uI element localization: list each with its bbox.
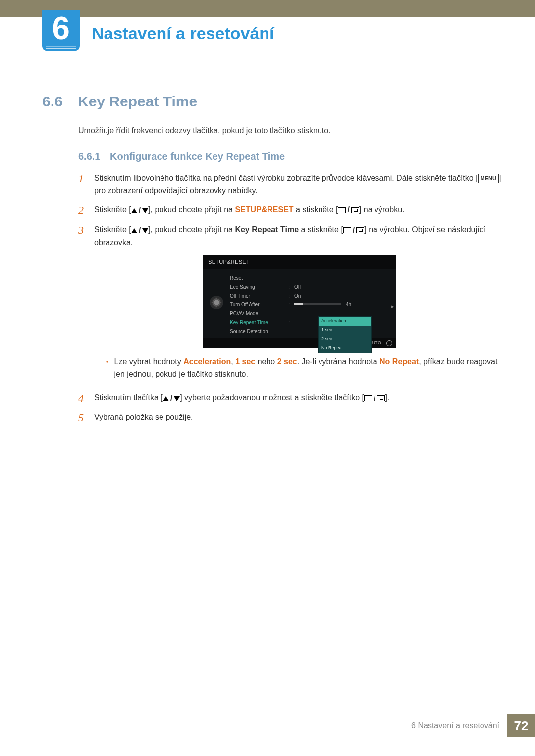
osd-item-active: Key Repeat Time — [230, 319, 289, 327]
text-fragment: , — [231, 357, 235, 366]
osd-option: 1 sec — [319, 326, 371, 335]
select-enter-icons: / — [364, 392, 385, 404]
enter-icon — [356, 227, 364, 233]
highlight: SETUP&RESET — [235, 205, 293, 214]
step-text: Stisknutím tlačítka [/] vyberte požadova… — [94, 392, 505, 404]
text-fragment: a stiskněte [ — [299, 225, 343, 234]
subsection-heading: 6.6.1 Konfigurace funkce Key Repeat Time — [78, 151, 285, 162]
osd-title: SETUP&RESET — [203, 255, 396, 269]
gear-icon — [211, 297, 222, 308]
bullet-icon: • — [106, 356, 114, 381]
osd-screenshot: SETUP&RESET Reset Eco Saving:Off Off Tim… — [203, 255, 396, 348]
section-intro: Umožňuje řídit frekvenci odezvy tlačítka… — [78, 126, 505, 135]
section-heading: 6.6 Key Repeat Time — [42, 93, 505, 114]
text-fragment: ], pokud chcete přejít na — [148, 225, 235, 234]
step-text: Vybraná položka se použije. — [94, 411, 505, 424]
page-footer: 6 Nastavení a resetování 72 — [403, 714, 535, 737]
step-number: 4 — [78, 392, 94, 404]
chevron-right-icon: ▸ — [391, 302, 394, 311]
up-down-icons: / — [131, 225, 148, 237]
osd-item: Reset — [230, 274, 289, 282]
triangle-up-icon — [131, 208, 137, 213]
up-down-icons: / — [131, 204, 148, 217]
step-5: 5 Vybraná položka se použije. — [78, 411, 505, 424]
osd-value: Off — [294, 283, 301, 291]
steps-list: 1 Stisknutím libovolného tlačítka na pře… — [78, 172, 505, 432]
highlight: No Repeat — [379, 357, 419, 366]
step-text: Stiskněte [/], pokud chcete přejít na Ke… — [94, 224, 505, 385]
triangle-down-icon — [142, 228, 148, 233]
highlight: 2 sec — [277, 357, 297, 366]
text-fragment: ] na výrobku. — [359, 205, 405, 214]
highlight: Acceleration — [183, 357, 231, 366]
step-3: 3 Stiskněte [/], pokud chcete přejít na … — [78, 224, 505, 385]
triangle-up-icon — [131, 228, 137, 233]
triangle-down-icon — [142, 208, 148, 213]
up-down-icons: / — [163, 393, 180, 405]
select-enter-icons: / — [338, 204, 359, 216]
enter-icon — [377, 395, 385, 401]
osd-item: PC/AV Mode — [230, 310, 289, 318]
bold-text: Key Repeat Time — [235, 225, 299, 234]
osd-option-selected: Acceleration — [319, 317, 371, 326]
step-text: Stiskněte [/], pokud chcete přejít na SE… — [94, 204, 505, 217]
rect-icon — [364, 395, 372, 401]
bullet-text: Lze vybrat hodnoty Acceleration, 1 sec n… — [114, 356, 505, 381]
select-enter-icons: / — [343, 224, 364, 237]
highlight: 1 sec — [235, 357, 255, 366]
chapter-badge: 6 — [42, 10, 80, 51]
rect-icon — [338, 207, 346, 213]
step-4: 4 Stisknutím tlačítka [/] vyberte požado… — [78, 392, 505, 404]
section-number: 6.6 — [42, 93, 78, 110]
subsection-number: 6.6.1 — [78, 151, 100, 162]
text-fragment: a stiskněte [ — [294, 205, 338, 214]
osd-option: 2 sec — [319, 335, 371, 344]
bullet-list: • Lze vybrat hodnoty Acceleration, 1 sec… — [94, 356, 505, 381]
osd-item: Source Detection — [230, 328, 289, 336]
text-fragment: . Je-li vybrána hodnota — [297, 357, 379, 366]
text-fragment: nebo — [255, 357, 277, 366]
text-fragment: ] vyberte požadovanou možnost a stisknět… — [180, 393, 364, 402]
menu-button-label: MENU — [478, 174, 499, 183]
triangle-up-icon — [163, 396, 169, 401]
text-fragment: Stiskněte [ — [94, 205, 131, 214]
step-number: 3 — [78, 224, 94, 385]
page-number: 72 — [507, 714, 535, 737]
osd-value: On — [294, 292, 301, 300]
step-text: Stisknutím libovolného tlačítka na předn… — [94, 172, 505, 197]
text-fragment: ], pokud chcete přejít na — [148, 205, 235, 214]
step-number: 1 — [78, 172, 94, 197]
enter-icon — [351, 207, 359, 213]
text-fragment: ]. — [385, 393, 389, 402]
text-fragment: Stiskněte [ — [94, 225, 131, 234]
chapter-title: Nastavení a resetování — [92, 24, 274, 43]
osd-item: Turn Off After — [230, 301, 289, 309]
step-number: 5 — [78, 411, 94, 424]
osd-item: Off Timer — [230, 292, 289, 300]
subsection-title: Konfigurace funkce Key Repeat Time — [110, 151, 285, 162]
osd-slider — [294, 303, 341, 305]
footer-chapter-label: 6 Nastavení a resetování — [403, 714, 507, 737]
section-title: Key Repeat Time — [78, 93, 197, 110]
power-icon — [386, 340, 392, 346]
step-number: 2 — [78, 204, 94, 217]
step-2: 2 Stiskněte [/], pokud chcete přejít na … — [78, 204, 505, 217]
rect-icon — [343, 227, 351, 233]
step-1: 1 Stisknutím libovolného tlačítka na pře… — [78, 172, 505, 197]
osd-item: Eco Saving — [230, 283, 289, 291]
text-fragment: Stisknutím libovolného tlačítka na předn… — [94, 174, 478, 182]
osd-option: No Repeat — [319, 344, 371, 353]
top-bar — [0, 0, 535, 17]
triangle-down-icon — [174, 396, 180, 401]
text-fragment: Lze vybrat hodnoty — [114, 357, 184, 366]
osd-dropdown: Acceleration 1 sec 2 sec No Repeat — [318, 316, 372, 353]
osd-value: 4h — [346, 301, 351, 309]
text-fragment: Stisknutím tlačítka [ — [94, 393, 163, 402]
